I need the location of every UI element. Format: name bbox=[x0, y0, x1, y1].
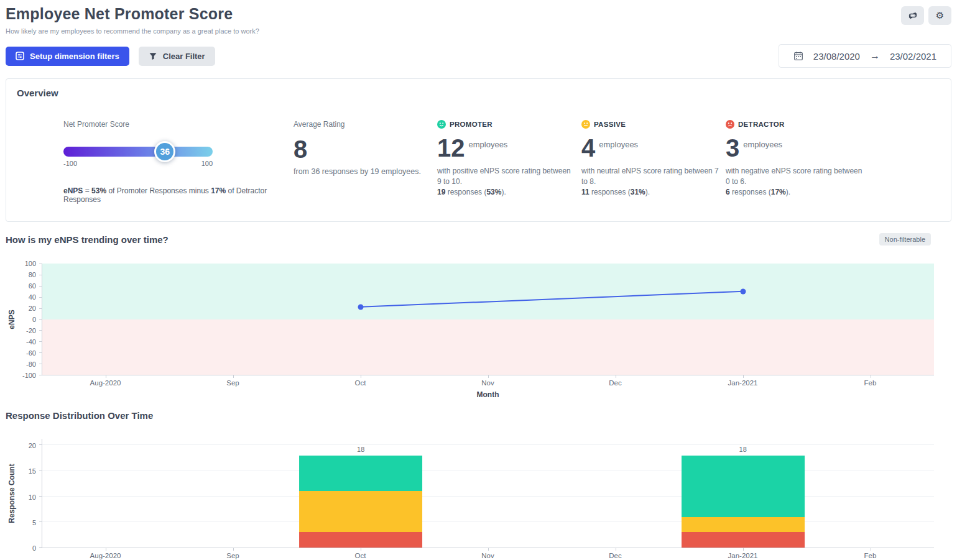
detractor-responses: 6 responses (17%). bbox=[726, 187, 870, 198]
dashboard-page: Employee Net Promoter Score How likely a… bbox=[0, 0, 957, 560]
y-tick-mark bbox=[39, 547, 42, 548]
trend-x-labels: Aug-2020SepOctNovDecJan-2021Feb bbox=[42, 378, 934, 388]
distribution-section-head: Response Distribution Over Time bbox=[6, 410, 951, 421]
clear-filter-label: Clear Filter bbox=[163, 52, 205, 61]
arrow-right-icon: → bbox=[870, 50, 880, 62]
settings-button[interactable]: ⚙ bbox=[928, 6, 951, 25]
enps-trend-chart: eNPS 100806040200-20-40-60-80-100 Aug-20… bbox=[6, 264, 951, 399]
header-text: Employee Net Promoter Score How likely a… bbox=[6, 5, 259, 35]
y-tick-label: 60 bbox=[29, 282, 36, 290]
y-tick-label: 20 bbox=[29, 305, 36, 312]
detractor-frown-face-icon bbox=[726, 120, 734, 129]
passive-count: 4 bbox=[581, 135, 595, 160]
date-range-picker[interactable]: 23/08/2020 → 23/02/2021 bbox=[779, 44, 951, 68]
funnel-icon bbox=[149, 52, 157, 60]
segment-detractor: DETRACTOR 3 employees with negative eNPS… bbox=[726, 120, 870, 204]
gear-icon: ⚙ bbox=[936, 10, 944, 21]
nps-min-label: -100 bbox=[63, 160, 77, 167]
promoter-header: PROMOTER bbox=[437, 120, 581, 129]
passive-header: PASSIVE bbox=[581, 120, 726, 129]
x-tick-label: Nov bbox=[481, 379, 494, 387]
promoter-smiley-icon bbox=[437, 120, 446, 129]
detractor-header: DETRACTOR bbox=[726, 120, 870, 129]
segment-passive: PASSIVE 4 employees with neutral eNPS sc… bbox=[581, 120, 726, 204]
data-point bbox=[358, 304, 364, 310]
trend-y-ticks: 100806040200-20-40-60-80-100 bbox=[18, 264, 42, 375]
x-tick-label: Sep bbox=[226, 552, 239, 559]
response-distribution-chart: Response Count 20151050 1818 Aug-2020Sep… bbox=[6, 439, 951, 560]
passive-label: PASSIVE bbox=[594, 121, 626, 128]
average-rating-value: 8 bbox=[294, 137, 437, 162]
stacked-bar: 18 bbox=[682, 456, 805, 548]
passive-unit: employees bbox=[599, 140, 638, 149]
y-tick-label: 20 bbox=[29, 442, 36, 449]
filter-toolbar: Setup dimension filters Clear Filter 23/… bbox=[6, 44, 951, 68]
y-tick-label: -40 bbox=[26, 338, 36, 346]
promoter-responses: 19 responses (53%). bbox=[437, 187, 581, 198]
stacked-bar: 18 bbox=[299, 456, 422, 548]
x-tick-label: Oct bbox=[355, 552, 366, 559]
promoter-count: 12 bbox=[437, 135, 465, 160]
detractor-count-row: 3 employees bbox=[726, 135, 870, 160]
nps-max-label: 100 bbox=[201, 160, 213, 167]
detractor-bar-segment bbox=[682, 532, 805, 548]
enps-trend-section: How is my eNPS trending over time? Non-f… bbox=[6, 233, 951, 399]
nps-slider-handle[interactable]: 36 bbox=[154, 141, 175, 162]
passive-description: with neutral eNPS score rating between 7… bbox=[581, 166, 719, 187]
passive-bar-segment bbox=[682, 517, 805, 533]
non-filterable-badge: Non-filterable bbox=[879, 233, 931, 246]
overview-card: Overview Net Promoter Score 36 -100 100 … bbox=[6, 78, 951, 222]
calendar-icon bbox=[793, 51, 803, 61]
average-rating-label: Average Rating bbox=[294, 120, 437, 129]
passive-responses: 11 responses (31%). bbox=[581, 187, 726, 198]
trend-x-axis-title: Month bbox=[42, 390, 934, 399]
nps-slider: 36 -100 100 bbox=[63, 147, 213, 167]
segment-promoter: PROMOTER 12 employees with positive eNPS… bbox=[437, 120, 581, 204]
x-tick-label: Jan-2021 bbox=[728, 552, 758, 559]
y-tick-label: 0 bbox=[32, 544, 36, 552]
overview-heading: Overview bbox=[17, 88, 940, 98]
y-tick-label: -80 bbox=[26, 360, 36, 368]
y-tick-label: 0 bbox=[32, 316, 36, 323]
setup-dimension-filters-button[interactable]: Setup dimension filters bbox=[6, 47, 129, 66]
x-tick-label: Feb bbox=[864, 552, 877, 559]
enps-formula: eNPS = 53% of Promoter Responses minus 1… bbox=[63, 186, 294, 204]
y-tick-label: 15 bbox=[29, 467, 36, 475]
y-tick-label: -20 bbox=[26, 327, 36, 334]
average-rating-block: Average Rating 8 from 36 responses by 19… bbox=[294, 120, 437, 204]
x-tick-label: Dec bbox=[609, 552, 621, 559]
filter-sliders-icon bbox=[16, 52, 24, 60]
trend-chart-title: How is my eNPS trending over time? bbox=[6, 234, 169, 245]
refresh-icon bbox=[908, 11, 918, 20]
setup-filters-label: Setup dimension filters bbox=[30, 52, 119, 61]
promoter-label: PROMOTER bbox=[450, 121, 492, 128]
x-tick-label: Nov bbox=[481, 552, 494, 559]
x-tick-label: Aug-2020 bbox=[90, 379, 121, 387]
data-point bbox=[740, 288, 746, 294]
y-tick-mark bbox=[39, 375, 42, 375]
response-distribution-section: Response Distribution Over Time Response… bbox=[6, 410, 951, 560]
distribution-y-ticks: 20151050 bbox=[18, 439, 42, 548]
clear-filter-button[interactable]: Clear Filter bbox=[139, 47, 215, 66]
promoter-bar-segment bbox=[682, 456, 805, 517]
distribution-chart-title: Response Distribution Over Time bbox=[6, 410, 153, 421]
trend-line-svg bbox=[42, 264, 934, 375]
x-tick-label: Dec bbox=[609, 379, 621, 387]
y-tick-label: -60 bbox=[26, 349, 36, 357]
promoter-bar-segment bbox=[299, 456, 422, 492]
date-range-start: 23/08/2020 bbox=[813, 51, 860, 62]
passive-bar-segment bbox=[299, 491, 422, 532]
promoter-count-row: 12 employees bbox=[437, 135, 581, 160]
distribution-plot-area: 1818 bbox=[42, 439, 934, 548]
y-tick-label: 100 bbox=[25, 260, 36, 267]
refresh-button[interactable] bbox=[901, 6, 924, 25]
distribution-y-axis-title: Response Count bbox=[6, 439, 18, 548]
detractor-bar-segment bbox=[299, 532, 422, 548]
y-tick-label: 10 bbox=[29, 493, 36, 501]
trend-y-axis-title: eNPS bbox=[6, 264, 18, 375]
nps-value: 36 bbox=[160, 147, 170, 157]
average-rating-caption: from 36 responses by 19 employees. bbox=[294, 167, 437, 176]
detractor-description: with negative eNPS score rating between … bbox=[726, 166, 864, 187]
promoter-description: with positive eNPS score rating between … bbox=[437, 166, 575, 187]
enps-line bbox=[361, 291, 743, 307]
